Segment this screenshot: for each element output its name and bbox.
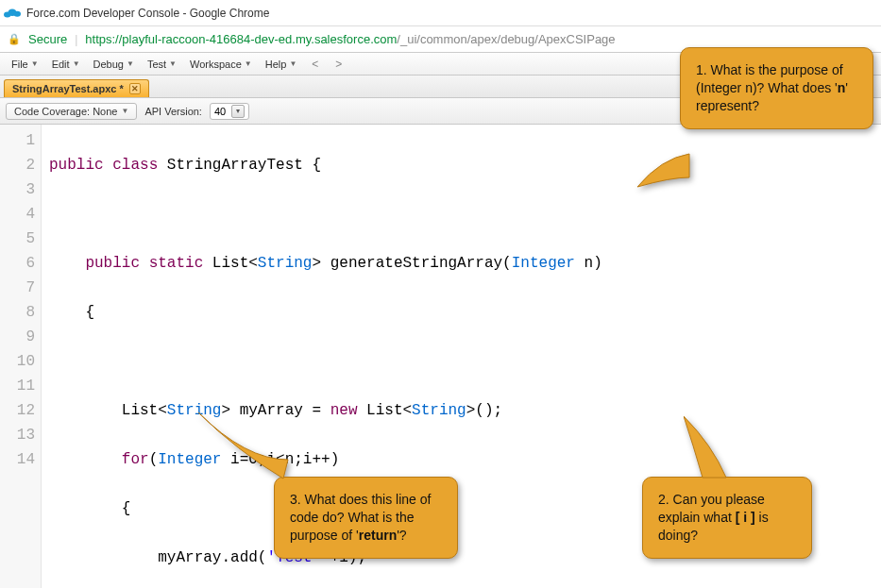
chevron-down-icon: ▼ (73, 59, 80, 68)
line-number: 9 (2, 325, 35, 349)
line-number: 14 (2, 447, 35, 472)
line-number: 4 (2, 202, 35, 227)
menu-edit[interactable]: Edit▼ (46, 57, 86, 72)
chevron-down-icon: ▾ (231, 105, 245, 118)
code-line (49, 202, 602, 227)
chevron-down-icon: ▼ (121, 107, 128, 115)
tab-stringarraytest[interactable]: StringArrayTest.apxc * ✕ (4, 79, 149, 97)
line-number: 11 (2, 374, 35, 398)
menu-file[interactable]: File▼ (6, 57, 44, 72)
api-version-select[interactable]: 40 ▾ (210, 103, 249, 120)
code-line: List<String> myArray = new List<String>(… (49, 398, 602, 423)
lock-icon: 🔒 (8, 33, 21, 45)
line-number: 13 (2, 423, 35, 447)
address-separator: | (75, 33, 77, 46)
close-icon[interactable]: ✕ (129, 83, 141, 94)
line-number: 8 (2, 300, 35, 325)
callout-tail-icon (684, 416, 750, 482)
code-line: public static List<String> generateStrin… (49, 251, 602, 276)
chevron-down-icon: ▼ (245, 59, 252, 68)
chevron-down-icon: ▼ (31, 59, 39, 68)
tab-label: StringArrayTest.apxc * (12, 83, 124, 94)
line-number: 6 (2, 251, 35, 276)
code-coverage-dropdown[interactable]: Code Coverage: None ▼ (6, 103, 137, 120)
menu-workspace[interactable]: Workspace▼ (184, 57, 258, 72)
url-text[interactable]: https://playful-raccoon-416684-dev-ed.my… (85, 32, 615, 46)
line-number: 7 (2, 276, 35, 300)
callout-tail-icon (637, 149, 694, 196)
salesforce-logo-icon (4, 8, 21, 19)
annotation-callout-1: 1. What is the purpose of (Integer n)? W… (680, 47, 873, 129)
window-titlebar: Force.com Developer Console - Google Chr… (0, 0, 881, 26)
window-title: Force.com Developer Console - Google Chr… (26, 7, 269, 20)
line-number: 2 (2, 153, 35, 177)
menu-debug[interactable]: Debug▼ (88, 57, 140, 72)
svg-point-2 (14, 10, 22, 16)
callout-body: 3. What does this line of code do? What … (274, 477, 458, 559)
line-number: 12 (2, 398, 35, 423)
callout-body: 1. What is the purpose of (Integer n)? W… (680, 47, 873, 129)
code-line: public class StringArrayTest { (49, 153, 602, 177)
line-number: 10 (2, 349, 35, 374)
callout-body: 2. Can you please explain what [ i ] is … (642, 477, 812, 559)
callout-tail-icon (198, 412, 293, 483)
annotation-callout-3: 3. What does this line of code do? What … (274, 477, 458, 559)
line-number: 1 (2, 128, 35, 153)
code-line: { (49, 300, 602, 325)
menu-help[interactable]: Help▼ (260, 57, 303, 72)
line-gutter: 1 2 3 4 5 6 7 8 9 10 11 12 13 14 (0, 125, 42, 588)
menu-test[interactable]: Test▼ (142, 57, 182, 72)
api-version-label: API Version: (144, 106, 202, 117)
secure-label: Secure (28, 32, 67, 46)
chevron-down-icon: ▼ (289, 59, 296, 68)
code-line (49, 349, 602, 374)
line-number: 5 (2, 227, 35, 251)
line-number: 3 (2, 177, 35, 202)
code-line: for(Integer i=0;i<n;i++) (49, 447, 602, 472)
chevron-down-icon: ▼ (169, 59, 177, 68)
nav-forward[interactable]: > (328, 56, 349, 73)
nav-back[interactable]: < (304, 56, 326, 73)
chevron-down-icon: ▼ (127, 59, 134, 68)
annotation-callout-2: 2. Can you please explain what [ i ] is … (642, 477, 812, 559)
